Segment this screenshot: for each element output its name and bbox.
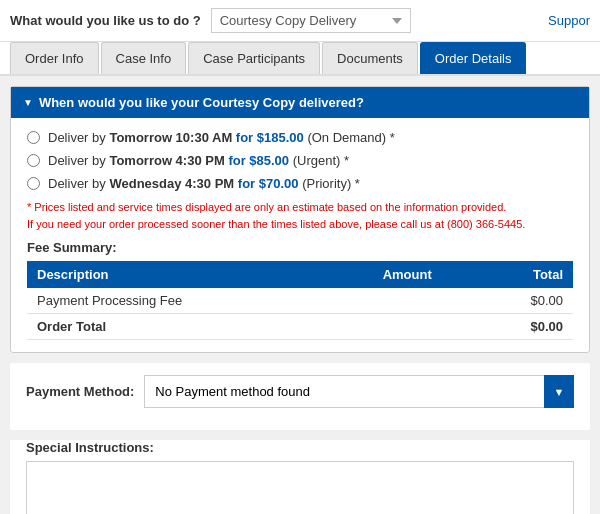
collapse-arrow: ▼ (23, 97, 33, 108)
fee-total-1: $0.00 (473, 288, 573, 314)
special-instructions-label: Special Instructions: (26, 440, 574, 455)
delivery-label-3: Deliver by Wednesday 4:30 PM for $70.00 … (48, 176, 360, 191)
delivery-section-body: Deliver by Tomorrow 10:30 AM for $185.00… (11, 118, 589, 352)
disclaimer-text: * Prices listed and service times displa… (27, 199, 573, 232)
payment-section: Payment Method: No Payment method found (10, 363, 590, 430)
fee-desc-1: Payment Processing Fee (27, 288, 341, 314)
tab-documents[interactable]: Documents (322, 42, 418, 74)
tab-order-info[interactable]: Order Info (10, 42, 99, 74)
top-bar: What would you like us to do ? Courtesy … (0, 0, 600, 42)
delivery-section-header[interactable]: ▼ When would you like your Courtesy Copy… (11, 87, 589, 118)
tab-case-info[interactable]: Case Info (101, 42, 187, 74)
fee-amount-1 (341, 288, 473, 314)
tab-case-participants[interactable]: Case Participants (188, 42, 320, 74)
fee-col-description: Description (27, 261, 341, 288)
delivery-radio-3[interactable] (27, 177, 40, 190)
fee-desc-total: Order Total (27, 314, 341, 340)
delivery-label-2: Deliver by Tomorrow 4:30 PM for $85.00 (… (48, 153, 349, 168)
fee-row-1: Payment Processing Fee $0.00 (27, 288, 573, 314)
fee-total-total: $0.00 (473, 314, 573, 340)
fee-col-total: Total (473, 261, 573, 288)
payment-select-wrap: No Payment method found (144, 375, 574, 408)
delivery-radio-2[interactable] (27, 154, 40, 167)
special-instructions-section: Special Instructions: (10, 440, 590, 514)
fee-col-amount: Amount (341, 261, 473, 288)
fee-row-total: Order Total $0.00 (27, 314, 573, 340)
fee-table: Description Amount Total Payment Process… (27, 261, 573, 340)
tabs-bar: Order Info Case Info Case Participants D… (0, 42, 600, 76)
special-instructions-textarea[interactable] (26, 461, 574, 514)
delivery-option-1: Deliver by Tomorrow 10:30 AM for $185.00… (27, 130, 573, 145)
support-link[interactable]: Suppor (548, 13, 590, 28)
main-content: ▼ When would you like your Courtesy Copy… (0, 76, 600, 514)
delivery-section: ▼ When would you like your Courtesy Copy… (10, 86, 590, 353)
delivery-section-title: When would you like your Courtesy Copy d… (39, 95, 364, 110)
payment-label: Payment Method: (26, 384, 134, 399)
delivery-radio-1[interactable] (27, 131, 40, 144)
fee-summary-title: Fee Summary: (27, 240, 573, 255)
tab-order-details[interactable]: Order Details (420, 42, 527, 74)
action-dropdown[interactable]: Courtesy Copy Delivery (211, 8, 411, 33)
fee-amount-total (341, 314, 473, 340)
payment-row: Payment Method: No Payment method found (26, 375, 574, 408)
delivery-option-2: Deliver by Tomorrow 4:30 PM for $85.00 (… (27, 153, 573, 168)
delivery-option-3: Deliver by Wednesday 4:30 PM for $70.00 … (27, 176, 573, 191)
top-bar-question: What would you like us to do ? (10, 13, 201, 28)
delivery-label-1: Deliver by Tomorrow 10:30 AM for $185.00… (48, 130, 395, 145)
payment-dropdown[interactable]: No Payment method found (144, 375, 574, 408)
